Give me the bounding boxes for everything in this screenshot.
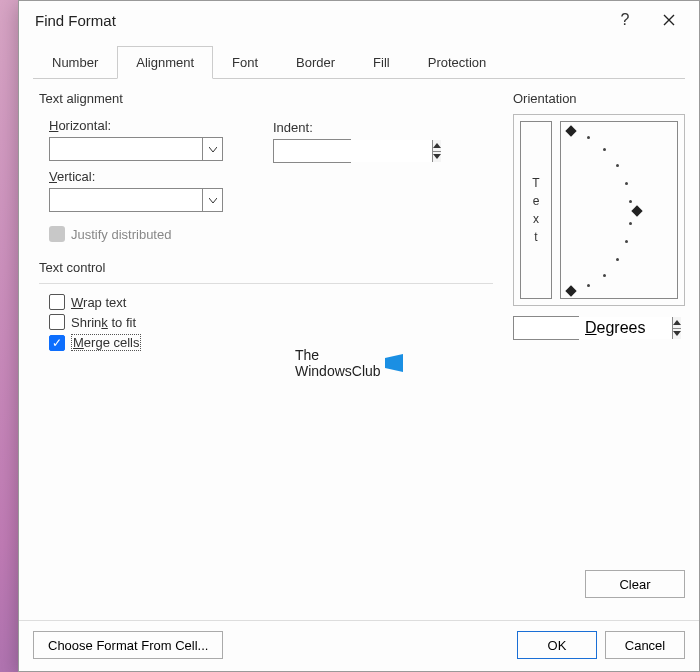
dial-dot xyxy=(625,240,628,243)
dial-dot xyxy=(616,258,619,261)
orientation-dial[interactable] xyxy=(560,121,678,299)
tab-body: Text alignment Horizontal: Vertical: xyxy=(33,87,685,570)
degrees-row: Degrees xyxy=(513,316,685,340)
shrink-to-fit-checkbox[interactable] xyxy=(49,314,65,330)
degrees-up-button[interactable] xyxy=(673,317,681,328)
dial-dot xyxy=(587,136,590,139)
find-format-dialog: Find Format ? Number Alignment Font Bord… xyxy=(18,0,700,672)
dial-dot xyxy=(629,222,632,225)
vertical-text-button[interactable]: T e x t xyxy=(520,121,552,299)
clear-button[interactable]: Clear xyxy=(585,570,685,598)
shrink-to-fit-label: Shrink to fit xyxy=(71,315,136,330)
triangle-down-icon xyxy=(673,331,681,336)
indent-label: Indent: xyxy=(273,120,351,135)
wrap-text-label: Wrap text xyxy=(71,295,126,310)
ok-button[interactable]: OK xyxy=(517,631,597,659)
left-column: Text alignment Horizontal: Vertical: xyxy=(33,87,493,570)
dial-dot xyxy=(625,182,628,185)
orientation-label: Orientation xyxy=(513,91,685,106)
wrap-text-checkbox[interactable] xyxy=(49,294,65,310)
watermark: The WindowsClub xyxy=(295,347,403,379)
triangle-up-icon xyxy=(673,320,681,325)
vertical-combo[interactable] xyxy=(49,188,223,212)
dialog-title: Find Format xyxy=(35,12,603,29)
tab-fill[interactable]: Fill xyxy=(354,46,409,79)
dial-marker xyxy=(565,125,576,136)
titlebar: Find Format ? xyxy=(19,1,699,39)
indent-spinner[interactable] xyxy=(273,139,351,163)
indent-input[interactable] xyxy=(274,140,432,162)
dial-dot xyxy=(629,200,632,203)
tab-strip: Number Alignment Font Border Fill Protec… xyxy=(33,45,685,79)
shrink-to-fit-row[interactable]: Shrink to fit xyxy=(49,314,493,330)
dial-marker xyxy=(631,205,642,216)
tab-alignment[interactable]: Alignment xyxy=(117,46,213,79)
degrees-down-button[interactable] xyxy=(673,328,681,340)
merge-cells-row[interactable]: ✓ Merge cells xyxy=(49,334,493,351)
tab-font[interactable]: Font xyxy=(213,46,277,79)
degrees-label: Degrees xyxy=(585,319,645,337)
text-control-label: Text control xyxy=(39,260,493,275)
chevron-down-icon xyxy=(209,198,217,203)
windowsclub-icon xyxy=(385,354,403,372)
degrees-spinner[interactable] xyxy=(513,316,579,340)
content-area: Number Alignment Font Border Fill Protec… xyxy=(19,39,699,620)
indent-down-button[interactable] xyxy=(433,151,441,163)
dialog-footer: Choose Format From Cell... OK Cancel xyxy=(19,620,699,671)
merge-cells-checkbox[interactable]: ✓ xyxy=(49,335,65,351)
orientation-box: T e x t xyxy=(513,114,685,306)
triangle-up-icon xyxy=(433,143,441,148)
wrap-text-row[interactable]: Wrap text xyxy=(49,294,493,310)
dial-dot xyxy=(616,164,619,167)
dial-dot xyxy=(603,274,606,277)
tab-border[interactable]: Border xyxy=(277,46,354,79)
horizontal-label: Horizontal: xyxy=(49,118,223,133)
indent-up-button[interactable] xyxy=(433,140,441,151)
close-icon xyxy=(663,14,675,26)
justify-distributed-checkbox xyxy=(49,226,65,242)
choose-format-button[interactable]: Choose Format From Cell... xyxy=(33,631,223,659)
dial-marker xyxy=(565,285,576,296)
svg-marker-0 xyxy=(385,354,403,372)
tab-protection[interactable]: Protection xyxy=(409,46,506,79)
vertical-label: Vertical: xyxy=(49,169,223,184)
dial-dot xyxy=(587,284,590,287)
tab-number[interactable]: Number xyxy=(33,46,117,79)
dial-dot xyxy=(603,148,606,151)
horizontal-dropdown-button[interactable] xyxy=(202,138,222,160)
help-button[interactable]: ? xyxy=(603,4,647,36)
close-button[interactable] xyxy=(647,4,691,36)
justify-distributed-row: Justify distributed xyxy=(49,226,493,242)
merge-cells-label: Merge cells xyxy=(71,334,141,351)
check-icon: ✓ xyxy=(52,337,62,349)
justify-distributed-label: Justify distributed xyxy=(71,227,171,242)
vertical-dropdown-button[interactable] xyxy=(202,189,222,211)
chevron-down-icon xyxy=(209,147,217,152)
right-column: Orientation T e x t xyxy=(513,87,685,570)
horizontal-combo[interactable] xyxy=(49,137,223,161)
triangle-down-icon xyxy=(433,154,441,159)
cancel-button[interactable]: Cancel xyxy=(605,631,685,659)
text-alignment-label: Text alignment xyxy=(39,91,493,106)
